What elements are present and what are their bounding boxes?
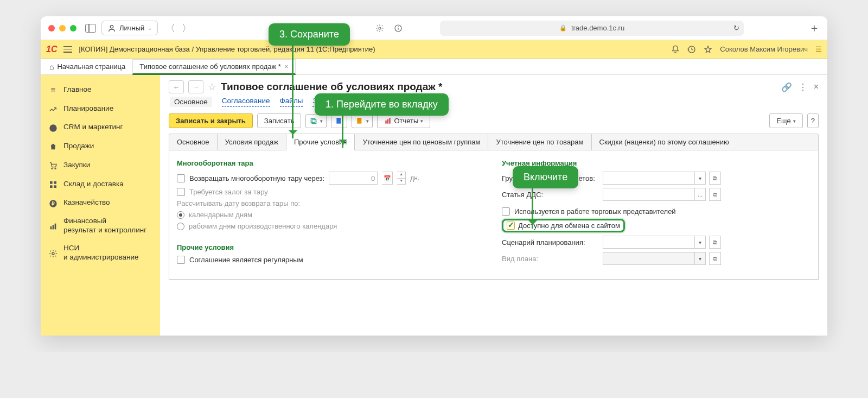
sidebar-item-treasury[interactable]: ₽Казначейство [41,194,160,213]
create-from-button[interactable] [331,114,347,128]
callout-tab: 1. Перейдите во вкладку [315,93,449,116]
open-ref-icon[interactable]: ⧉ [709,252,721,265]
more-button[interactable]: Еще▾ [769,113,802,128]
app-header: 1C [КОПИЯ] Демонстрационная база / Управ… [41,40,827,59]
svg-point-5 [52,168,53,169]
svg-rect-15 [55,223,56,229]
profile-chip[interactable]: Личный ⌄ [101,21,158,35]
chevron-down-icon: ⌄ [148,25,152,31]
url-bar[interactable]: 🔒 trade.demo.1c.ru ↻ [440,21,744,36]
nav-forward-button[interactable]: → [188,80,203,93]
sidebar-toggle-icon[interactable] [85,24,96,33]
radio-calendar-days [177,211,184,219]
sidebar-item-crm[interactable]: CRM и маркетинг [41,118,160,137]
sidebar-item-warehouse[interactable]: Склад и доставка [41,175,160,194]
view-link-approval[interactable]: Согласование [222,97,270,107]
tab-price-goods[interactable]: Уточнение цен по товарам [488,134,591,150]
favorite-star-icon[interactable]: ☆ [208,81,216,93]
history-icon[interactable] [687,45,696,54]
boxes-icon [48,179,58,189]
open-ref-icon[interactable]: ⧉ [709,188,721,201]
browser-toolbar: Личный ⌄ 〈 〉 🔒 trade.demo.1c.ru ↻ ＋ [41,16,827,40]
bell-icon[interactable] [671,45,680,54]
view-link-main[interactable]: Основное [170,97,212,107]
tab-close-icon[interactable]: × [284,62,289,71]
nav-back-button[interactable]: ← [169,80,184,93]
new-tab-button[interactable]: ＋ [809,21,820,35]
maximize-window-dot[interactable] [70,25,76,31]
forward-button[interactable]: 〉 [180,21,194,35]
sidebar-item-planning[interactable]: Планирование [41,99,160,118]
save-button[interactable]: Записать [257,113,302,128]
sidebar-item-main[interactable]: ≡Главное [41,80,160,99]
radio-calendar-label: календарным дням [189,211,252,219]
svg-rect-13 [50,226,52,229]
tab-agreement[interactable]: Типовое соглашение об условиях продаж * … [132,59,295,75]
minimize-window-dot[interactable] [59,25,66,31]
tab-home[interactable]: ⌂ Начальная страница [43,59,132,74]
trade-rep-checkbox[interactable] [502,207,510,216]
site-exchange-checkbox[interactable] [507,222,515,230]
deposit-checkbox [177,188,185,196]
dds-combo[interactable]: … [603,188,706,201]
return-tara-checkbox[interactable] [177,174,185,182]
svg-point-1 [379,27,381,29]
close-icon[interactable]: × [814,82,819,92]
dds-label: Статья ДДС: [502,191,599,199]
group-tara-title: Многооборотная тара [177,159,486,167]
spin-buttons[interactable]: ▲▼ [397,172,406,185]
sidebar-label: Главное [63,85,92,94]
settings-icon[interactable]: ☰ [815,45,822,53]
user-name[interactable]: Соколов Максим Игоревич [720,45,808,53]
svg-rect-20 [358,118,362,124]
sidebar-item-sales[interactable]: Продажи [41,137,160,156]
save-and-close-button[interactable]: Записать и закрыть [169,113,253,128]
main-menu-icon[interactable] [63,46,72,53]
svg-point-16 [52,252,54,255]
link-icon[interactable]: 🔗 [781,82,792,92]
radio-work-label: рабочим дням производственного календаря [189,222,337,230]
deposit-label: Требуется залог за тару [189,188,268,196]
regular-label: Соглашение является регулярным [189,256,303,264]
tab-agreement-label: Типовое соглашение об условиях продаж * [139,62,281,71]
calendar-picker-icon[interactable]: 📅 [382,172,393,185]
svg-rect-19 [337,118,341,124]
svg-rect-17 [312,119,316,123]
tab-price-groups[interactable]: Уточнение цен по ценовым группам [355,134,488,150]
more-vertical-icon[interactable]: ⋮ [799,82,807,92]
star-icon[interactable] [704,45,712,54]
close-window-dot[interactable] [48,25,55,31]
reload-icon[interactable]: ↻ [733,24,739,32]
tab-main[interactable]: Основное [169,134,218,150]
logo-1c: 1C [46,45,57,54]
tab-discounts[interactable]: Скидки (наценки) по этому соглашению [592,134,737,150]
plan-type-label: Вид плана: [502,255,599,263]
sidebar-item-finance[interactable]: Финансовый результат и контроллинг [41,212,160,239]
info-icon[interactable] [392,22,405,35]
settings-gear-icon[interactable] [373,22,386,35]
sidebar-item-nsi[interactable]: НСИ и администрирование [41,239,160,267]
open-ref-icon[interactable]: ⧉ [709,172,721,185]
tab-sale-conditions[interactable]: Условия продаж [218,134,286,150]
help-button[interactable]: ? [807,113,819,128]
traffic-lights [48,25,76,31]
cart-icon [48,160,58,170]
plan-scenario-combo[interactable]: ▾ [603,236,706,249]
view-links: Основное Согласование Файлы Задачи Мои з… [170,97,819,107]
reports-button[interactable]: Отчеты▾ [377,113,430,128]
fin-group-combo[interactable]: ▾ [603,172,706,185]
ruble-icon: ₽ [48,198,58,209]
sidebar-label: Склад и доставка [63,180,124,189]
sidebar-label: Казначейство [63,198,110,207]
sidebar-item-purchase[interactable]: Закупки [41,156,160,175]
back-button[interactable]: 〈 [163,21,177,35]
svg-rect-22 [387,119,388,123]
profile-label: Личный [119,24,144,32]
arrow-save [292,45,293,138]
copy-button[interactable]: ▾ [305,114,327,128]
print-button[interactable]: ▾ [352,114,373,128]
sidebar-label: Планирование [63,104,113,113]
open-ref-icon[interactable]: ⧉ [709,236,721,249]
return-days-input[interactable]: 0 [329,172,378,185]
regular-checkbox[interactable] [177,256,185,264]
